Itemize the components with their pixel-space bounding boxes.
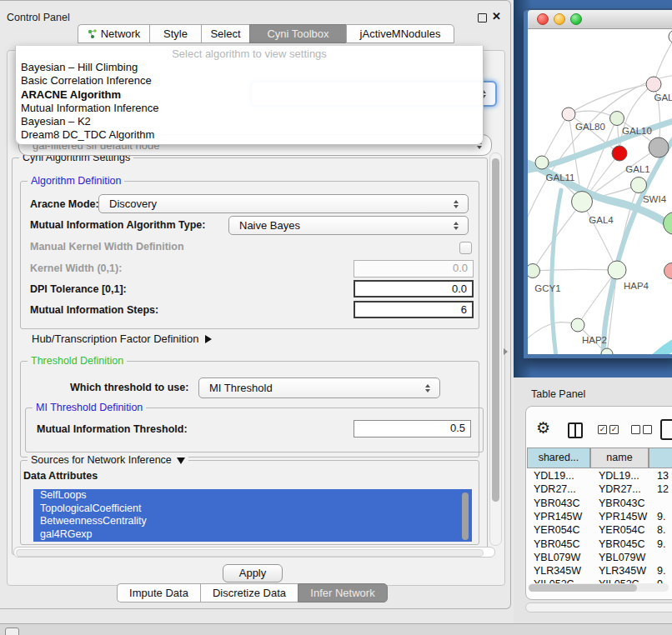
- table-cell[interactable]: YPR145W: [527, 510, 595, 523]
- table-row[interactable]: YBR043CYBR043C: [527, 497, 672, 510]
- network-node[interactable]: [664, 212, 672, 235]
- which-threshold-combo[interactable]: MI Threshold: [198, 378, 440, 398]
- data-attribute-item[interactable]: SelfLoops: [33, 489, 472, 502]
- minimize-traffic-light-icon[interactable]: [554, 13, 565, 25]
- float-window-icon[interactable]: [478, 13, 487, 22]
- scrollbar-thumb[interactable]: [492, 158, 499, 502]
- kernel-width-input[interactable]: 0.0: [354, 260, 474, 278]
- gear-icon[interactable]: ⚙: [536, 420, 550, 436]
- table-cell[interactable]: YBR043C: [527, 497, 595, 510]
- settings-vertical-scrollbar[interactable]: [489, 152, 502, 546]
- table-cell[interactable]: 13: [650, 469, 672, 482]
- dropdown-item[interactable]: Basic Correlation Inference: [16, 74, 483, 88]
- table-cell[interactable]: YDL19...: [527, 469, 595, 482]
- network-node-gal80[interactable]: [562, 108, 575, 121]
- document-icon[interactable]: [660, 419, 672, 440]
- table-cell[interactable]: 9.: [650, 510, 672, 523]
- table-cell[interactable]: 12: [650, 482, 672, 496]
- table-horizontal-scrollbar[interactable]: [529, 583, 669, 592]
- table-cell[interactable]: YBL079W: [592, 551, 654, 564]
- checked-checkbox-icon[interactable]: ✓: [609, 425, 619, 434]
- network-node-hap2[interactable]: [571, 318, 584, 332]
- network-node-gal10[interactable]: [610, 112, 624, 126]
- column-header-name[interactable]: name: [590, 448, 649, 468]
- table-row[interactable]: YDR27...YDR27...12: [527, 482, 672, 496]
- table-cell[interactable]: YDR27...: [527, 482, 595, 496]
- dropdown-item[interactable]: Mutual Information Inference: [16, 102, 483, 115]
- tab-impute-data[interactable]: Impute Data: [117, 583, 200, 602]
- dropdown-item[interactable]: Dream8 DC_TDC Algorithm: [16, 128, 483, 142]
- table-cell[interactable]: [650, 551, 672, 564]
- table-row[interactable]: YBR045CYBR045C9.: [527, 538, 672, 551]
- close-traffic-light-icon[interactable]: [537, 13, 549, 25]
- table-cell[interactable]: YPR145W: [592, 510, 654, 523]
- collapsed-panel-icon[interactable]: [5, 628, 19, 635]
- checked-checkbox-icon[interactable]: ✓: [598, 425, 607, 434]
- table-cell[interactable]: YER054C: [592, 523, 654, 537]
- tab-select[interactable]: Select: [201, 24, 249, 43]
- table-cell[interactable]: YLR345W: [592, 564, 654, 578]
- list-scrollbar-thumb[interactable]: [462, 492, 469, 540]
- table-cell[interactable]: YBR043C: [592, 497, 654, 510]
- table-row[interactable]: YLR345WYLR345W9.: [527, 564, 672, 578]
- table-cell[interactable]: 9.: [650, 564, 672, 578]
- network-window-titlebar[interactable]: [528, 10, 672, 29]
- table-cell[interactable]: YLR345W: [527, 564, 595, 578]
- data-attribute-item[interactable]: gal4RGexp: [33, 528, 472, 542]
- network-node-gal4[interactable]: [572, 192, 593, 212]
- tab-style[interactable]: Style: [149, 24, 201, 43]
- network-node[interactable]: [649, 138, 669, 158]
- tab-discretize-data[interactable]: Discretize Data: [200, 583, 298, 602]
- table-cell[interactable]: YER054C: [527, 523, 595, 537]
- table-cell[interactable]: YBR045C: [527, 538, 595, 551]
- dpi-tolerance-input[interactable]: 0.0: [354, 280, 474, 298]
- aracne-mode-combo[interactable]: Discovery: [98, 194, 469, 213]
- network-node-swi4[interactable]: [631, 178, 647, 193]
- network-node[interactable]: [669, 30, 672, 43]
- table-cell[interactable]: YBR045C: [592, 538, 654, 551]
- mi-steps-input[interactable]: 6: [354, 301, 474, 318]
- tab-cyni-toolbox[interactable]: Cyni Toolbox: [249, 24, 346, 43]
- table-cell[interactable]: 9.: [650, 538, 672, 551]
- scrollbar-thumb[interactable]: [16, 549, 484, 557]
- tab-network[interactable]: Network: [78, 24, 149, 43]
- table-row[interactable]: YPR145WYPR145W9.: [527, 510, 672, 523]
- tab-infer-network[interactable]: Infer Network: [298, 583, 388, 602]
- mi-algorithm-type-combo[interactable]: Naive Bayes: [228, 216, 469, 235]
- scrollbar-thumb[interactable]: [529, 584, 637, 592]
- network-node-hap4[interactable]: [608, 261, 626, 279]
- hub-definition-toggle[interactable]: Hub/Transcription Factor Definition: [32, 332, 212, 345]
- column-header-shared-name[interactable]: shared...: [527, 448, 590, 468]
- close-icon[interactable]: ✕: [492, 10, 501, 22]
- column-header-partial[interactable]: [649, 448, 672, 468]
- network-node-y[interactable]: [664, 263, 672, 279]
- dropdown-item[interactable]: Bayesian – Hill Climbing: [16, 61, 483, 74]
- mi-threshold-input[interactable]: 0.5: [354, 420, 471, 438]
- table-row[interactable]: YER054CYER054C8.: [527, 523, 672, 537]
- manual-kernel-width-checkbox[interactable]: [459, 242, 472, 254]
- data-attribute-item[interactable]: BetweennessCentrality: [33, 515, 472, 528]
- table-row[interactable]: YDL19...YDL19...13: [527, 469, 672, 482]
- dropdown-item[interactable]: Bayesian – K2: [16, 115, 483, 128]
- network-canvas[interactable]: GALGAL80GAL10GAL1GAL11SWI4GAL4GCY1HAP4YH…: [528, 29, 672, 354]
- zoom-traffic-light-icon[interactable]: [570, 13, 582, 25]
- table-row[interactable]: YBL079WYBL079W: [527, 551, 672, 564]
- data-attribute-item[interactable]: TopologicalCoefficient: [33, 502, 472, 516]
- tab-jactivemnodules[interactable]: jActiveMNodules: [346, 24, 454, 43]
- table-cell[interactable]: YBL079W: [527, 551, 595, 564]
- network-node-gal11[interactable]: [535, 156, 549, 169]
- network-node-gal1[interactable]: [612, 146, 627, 161]
- unchecked-checkbox-icon[interactable]: [643, 425, 652, 434]
- settings-horizontal-scrollbar[interactable]: [13, 547, 495, 558]
- network-node-gal[interactable]: [646, 77, 661, 92]
- dropdown-item-selected[interactable]: ARACNE Algorithm: [16, 88, 483, 102]
- apply-button[interactable]: Apply: [223, 564, 283, 582]
- panel-collapse-handle[interactable]: [504, 348, 508, 355]
- table-cell[interactable]: [650, 497, 672, 510]
- table-cell[interactable]: YDL19...: [592, 469, 654, 482]
- unchecked-checkbox-icon[interactable]: [631, 425, 640, 434]
- columns-icon[interactable]: [568, 422, 583, 438]
- sources-title[interactable]: Sources for Network Inference: [28, 454, 188, 466]
- table-cell[interactable]: 8.: [650, 523, 672, 537]
- table-cell[interactable]: YDR27...: [592, 482, 654, 496]
